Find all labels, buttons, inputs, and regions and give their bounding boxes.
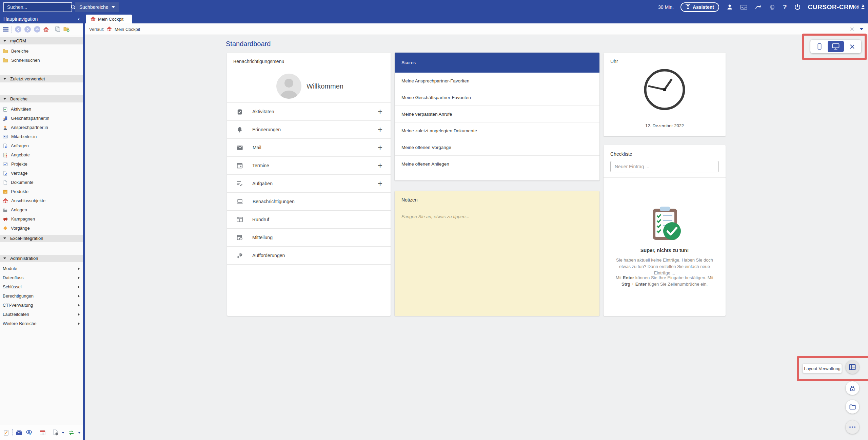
sidebar-item-vorgaenge[interactable]: Vorgänge bbox=[0, 224, 83, 233]
sidebar-item-anschlussobjekte[interactable]: Anschlussobjekte bbox=[0, 196, 83, 205]
notes-editor[interactable]: Fangen Sie an, etwas zu tippen... bbox=[401, 214, 469, 219]
inbox-icon[interactable] bbox=[16, 430, 22, 435]
home-icon[interactable] bbox=[43, 27, 49, 32]
copy-icon[interactable] bbox=[55, 26, 60, 32]
sidebar-item-schluessel[interactable]: Schlüssel bbox=[0, 282, 83, 291]
sidebar-item-ansprechpartnerin[interactable]: Ansprechpartner:in bbox=[0, 123, 83, 132]
search-input[interactable] bbox=[4, 4, 71, 10]
collapse-sidebar-icon[interactable]: ‹ bbox=[78, 16, 80, 22]
sidebar-item-kampagnen[interactable]: Kampagnen bbox=[0, 214, 83, 224]
sidebar-item-berechtigungen[interactable]: Berechtigungen bbox=[0, 291, 83, 301]
breadcrumb-current[interactable]: Mein Cockpit bbox=[115, 27, 140, 32]
clipboard-edit-icon[interactable] bbox=[3, 429, 9, 436]
close-preview-button[interactable] bbox=[844, 41, 860, 52]
mobile-view-button[interactable] bbox=[811, 41, 828, 52]
list-item-erinnerungen[interactable]: Erinnerungen + bbox=[227, 120, 391, 138]
score-item[interactable]: Meine Geschäftspartner-Favoriten bbox=[395, 89, 599, 106]
eye-favorite-icon[interactable] bbox=[26, 430, 33, 436]
request-icon bbox=[3, 143, 8, 149]
back-icon[interactable] bbox=[15, 26, 21, 33]
list-item-aufforderungen[interactable]: Aufforderungen bbox=[227, 246, 391, 264]
folder-add-icon[interactable] bbox=[63, 26, 70, 32]
section-excel-integration[interactable]: Excel-Integration bbox=[0, 235, 83, 242]
sidebar-item-aktivitaeten[interactable]: Aktivitäten bbox=[0, 104, 83, 114]
sidebar-item-mitarbeiterin[interactable]: Mitarbeiter:in bbox=[0, 132, 83, 141]
add-icon[interactable]: + bbox=[378, 125, 382, 134]
sidebar-item-anlagen[interactable]: Anlagen bbox=[0, 205, 83, 214]
add-icon[interactable]: + bbox=[378, 107, 382, 116]
list-item-benachrichtigungen[interactable]: Benachrichtigungen bbox=[227, 192, 391, 210]
list-item-aktivitaeten[interactable]: Aktivitäten + bbox=[227, 102, 391, 120]
help-button[interactable]: ? bbox=[783, 3, 787, 11]
calendar-icon[interactable] bbox=[40, 430, 45, 435]
sync-icon[interactable] bbox=[68, 430, 75, 435]
tab-label: Mein Cockpit bbox=[98, 17, 123, 22]
sidebar-item-laufzeitdaten[interactable]: Laufzeitdaten bbox=[0, 310, 83, 319]
sidebar-item-vertraege[interactable]: Verträge bbox=[0, 169, 83, 178]
score-item[interactable]: Meine zuletzt angelegten Dokumente bbox=[395, 122, 599, 139]
desktop-view-button[interactable] bbox=[828, 41, 844, 52]
close-icon[interactable]: ✕ bbox=[850, 26, 854, 32]
list-item-mail[interactable]: Mail + bbox=[227, 138, 391, 156]
chevron-down-icon[interactable] bbox=[860, 28, 863, 30]
section-administration[interactable]: Administration bbox=[0, 255, 83, 262]
divider bbox=[12, 429, 13, 436]
list-item-termine[interactable]: Termine + bbox=[227, 156, 391, 174]
chevron-expanded-icon bbox=[3, 78, 6, 80]
section-mycrm[interactable]: myCRM bbox=[0, 37, 83, 44]
scores-card: Scores Meine Ansprechpartner-Favoriten M… bbox=[395, 53, 599, 180]
sidebar-item-weitere-bereiche[interactable]: Weitere Bereiche bbox=[0, 319, 83, 328]
sidebar-item-module[interactable]: Module bbox=[0, 264, 83, 273]
power-icon[interactable] bbox=[794, 3, 801, 11]
sidebar-item-datenfluss[interactable]: Datenfluss bbox=[0, 273, 83, 282]
document-settings-icon[interactable] bbox=[53, 429, 58, 436]
sidebar-item-produkte[interactable]: Produkte bbox=[0, 187, 83, 196]
checklist-input[interactable] bbox=[610, 161, 719, 172]
sidebar-item-bereiche[interactable]: Bereiche bbox=[0, 46, 83, 56]
chevron-down-icon[interactable] bbox=[78, 432, 81, 434]
add-icon[interactable]: + bbox=[378, 179, 382, 188]
up-icon[interactable] bbox=[34, 26, 40, 33]
score-item[interactable]: Meine offenen Vorgänge bbox=[395, 139, 599, 156]
tooltip-label: Layout-Verwaltung bbox=[804, 366, 841, 371]
tab-mein-cockpit[interactable]: Mein Cockpit bbox=[86, 15, 132, 23]
forward-icon[interactable] bbox=[24, 26, 31, 33]
score-item[interactable]: Meine verpassten Anrufe bbox=[395, 106, 599, 122]
assistant-button[interactable]: Assistent bbox=[680, 2, 719, 12]
topbar-right: 30 Min. Assistent ? bbox=[658, 0, 865, 14]
card-title: Checkliste bbox=[610, 151, 632, 157]
lock-layout-button[interactable] bbox=[846, 381, 859, 395]
sidebar-item-schnellsuchen[interactable]: Schnellsuchen bbox=[0, 56, 83, 65]
sidebar-item-cti-verwaltung[interactable]: CTI-Verwaltung bbox=[0, 301, 83, 310]
tray-icon[interactable] bbox=[740, 3, 748, 11]
add-icon[interactable]: + bbox=[378, 161, 382, 170]
list-item-mitteilung[interactable]: Mitteilung bbox=[227, 228, 391, 246]
item-label: Vorgänge bbox=[11, 226, 30, 231]
sidebar-item-geschaeftspartnerin[interactable]: Geschäftspartner:in bbox=[0, 114, 83, 123]
globe-icon[interactable] bbox=[769, 3, 776, 11]
add-icon[interactable]: + bbox=[378, 143, 382, 152]
contact-person-icon bbox=[3, 125, 8, 130]
sidebar-item-projekte[interactable]: Projekte bbox=[0, 159, 83, 169]
scores-header[interactable]: Scores bbox=[395, 53, 599, 73]
section-bereiche[interactable]: Bereiche bbox=[0, 95, 83, 102]
chevron-down-icon[interactable] bbox=[62, 432, 64, 434]
sidebar-item-dokumente[interactable]: Dokumente bbox=[0, 178, 83, 187]
score-item[interactable]: Meine offenen Anliegen bbox=[395, 156, 599, 172]
score-item[interactable]: Meine Ansprechpartner-Favoriten bbox=[395, 73, 599, 89]
section-zuletzt-verwendet[interactable]: Zuletzt verwendet bbox=[0, 75, 83, 82]
chevron-expanded-icon bbox=[3, 98, 6, 100]
list-item-aufgaben[interactable]: Aufgaben + bbox=[227, 174, 391, 192]
user-icon[interactable] bbox=[726, 3, 733, 11]
menu-icon[interactable] bbox=[3, 27, 8, 32]
layout-management-button[interactable] bbox=[846, 360, 859, 374]
sidebar-item-angebote[interactable]: Angebote bbox=[0, 150, 83, 159]
more-options-button[interactable] bbox=[846, 420, 859, 434]
folder-button[interactable] bbox=[846, 400, 859, 414]
global-search bbox=[3, 2, 72, 12]
search-scope-button[interactable]: Suchbereiche bbox=[75, 2, 119, 12]
sidebar-item-anfragen[interactable]: Anfragen bbox=[0, 141, 83, 150]
redo-icon[interactable] bbox=[754, 3, 762, 11]
list-item-rundruf[interactable]: Rundruf bbox=[227, 210, 391, 228]
gears-icon bbox=[237, 253, 243, 259]
